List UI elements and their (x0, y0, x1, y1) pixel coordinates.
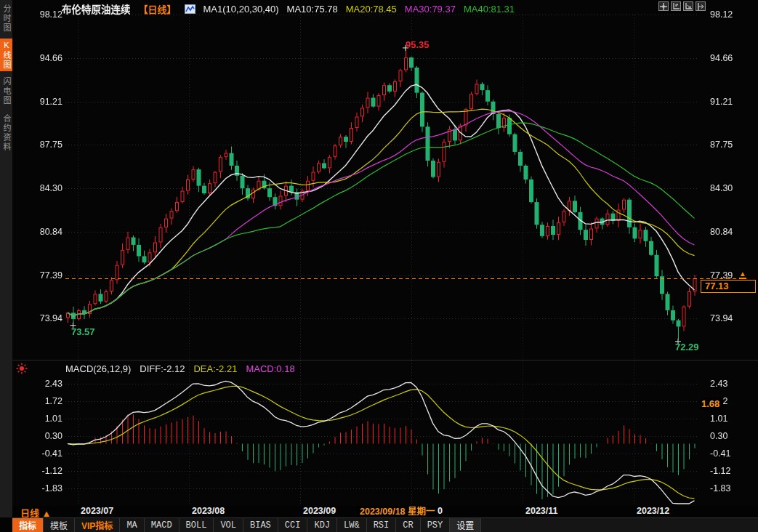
axis-tick-label: 77.39 (13, 270, 63, 281)
price-up-arrow-icon: ▲ (739, 270, 746, 279)
xaxis-row: 日线 ▲ 2023/09/18 星期一 0 2023/072023/082023… (0, 506, 758, 517)
axis-tick-label: 73.94 (13, 313, 63, 323)
toolbar-button-MA[interactable]: MA (120, 518, 144, 532)
axis-scale-right-icon[interactable] (683, 1, 693, 11)
chart-legend: 布伦特原油连续 【日线】 MA1(10,20,30,40) MA10:75.78… (62, 1, 515, 16)
axis-tick-label: 0.30 (13, 431, 63, 441)
axis-tick-label: 2.43 (13, 379, 63, 389)
toolbar-button-LW&[interactable]: LW& (337, 518, 367, 532)
period-tag[interactable]: 【日线】 (139, 2, 177, 16)
toolbar-button-BOLL[interactable]: BOLL (180, 518, 214, 532)
mini-chart-icon (185, 4, 195, 14)
axis-scale-left-icon[interactable] (671, 1, 681, 11)
axis-tick-label: 91.21 (710, 97, 733, 107)
sidebar-tab-3[interactable]: 闪电图 (0, 75, 12, 108)
toolbar-button-CR[interactable]: CR (396, 518, 420, 532)
diff-value: DIFF:-2.12 (140, 363, 185, 374)
xaxis-month-label: 2023/12 (637, 506, 669, 516)
pan-right-icon[interactable] (695, 1, 706, 11)
xaxis-month-label: 2023/11 (525, 506, 558, 516)
chart-tool-icons (658, 1, 706, 11)
crosshair-icon[interactable] (658, 1, 669, 11)
ma20-value: MA20:78.45 (346, 4, 397, 15)
sidebar-tab-2[interactable]: K线图 (0, 39, 12, 71)
axis-tick-label: -1.83 (710, 483, 731, 493)
axis-tick-label: -1.12 (13, 466, 63, 476)
toolbar-button-CCI[interactable]: CCI (278, 518, 308, 532)
toolbar-button-设置[interactable]: 设置 (450, 518, 481, 532)
macd-axis-highlight-value: 1.68 (700, 398, 723, 410)
axis-tick-label: 98.12 (710, 9, 733, 20)
axis-tick-label: 87.75 (710, 140, 733, 150)
macd-legend: MACD(26,12,9) DIFF:-2.12 DEA:-2.21 MACD:… (65, 363, 295, 374)
toolbar-button-RSI[interactable]: RSI (367, 518, 397, 532)
ma-group-label: MA1(10,20,30,40) (203, 4, 279, 15)
crosshair-date-tooltip: 2023/09/18 星期一 (357, 506, 438, 517)
macd-value: MACD:0.18 (246, 363, 294, 374)
axis-tick-label: 1.01 (710, 414, 727, 424)
toolbar-button-KDJ[interactable]: KDJ (307, 518, 337, 532)
xaxis-month-label: 2023/09 (303, 506, 336, 516)
ma40-value: MA40:81.31 (464, 4, 515, 15)
toolbar-button-模板[interactable]: 模板 (44, 518, 75, 532)
instrument-title: 布伦特原油连续 (62, 1, 131, 16)
current-price-label: 77.13 (701, 280, 756, 293)
axis-tick-label: 2.43 (710, 379, 727, 389)
toolbar-button-VOL[interactable]: VOL (214, 518, 243, 532)
sidebar-tab-4[interactable]: 合约资料 (0, 111, 12, 155)
kline-app-window: 分时图K线图闪电图合约资料 布伦特原油连续 【日线】 MA1(10,20,30,… (0, 0, 758, 532)
chart-canvas[interactable] (12, 0, 758, 506)
axis-tick-label: 87.75 (13, 140, 63, 150)
axis-tick-label: 0.30 (710, 431, 727, 441)
macd-params-label: MACD(26,12,9) (65, 363, 131, 374)
toolbar-button-MACD[interactable]: MACD (145, 518, 180, 532)
ma10-value: MA10:75.78 (287, 4, 338, 15)
pane-divider[interactable] (12, 360, 758, 360)
xaxis-month-label: 2023/08 (192, 506, 225, 516)
xaxis-month-label: 2023/07 (81, 506, 113, 516)
axis-tick-label: 98.12 (13, 9, 63, 20)
toolbar-button-指标[interactable]: 指标 (12, 518, 44, 532)
axis-tick-label: -0.41 (13, 448, 63, 459)
axis-tick-label: 91.21 (13, 97, 63, 107)
axis-tick-label: 73.94 (710, 313, 733, 323)
toolbar-button-PSY[interactable]: PSY (421, 518, 451, 532)
left-tab-bar: 分时图K线图闪电图合约资料 (0, 0, 12, 517)
alert-blink-icon[interactable] (16, 363, 28, 377)
axis-tick-label: 94.66 (13, 53, 63, 63)
period-low-annotation: 72.29 (675, 342, 699, 352)
dea-value: DEA:-2.21 (193, 363, 237, 374)
axis-tick-label: 84.30 (13, 183, 63, 193)
axis-tick-label: -1.12 (710, 466, 731, 476)
ma30-value: MA30:79.37 (405, 4, 456, 15)
axis-tick-label: 94.66 (710, 53, 733, 63)
indicator-toolbar: 指标模板VIP指标MAMACDBOLLVOLBIASCCIKDJLW&RSICR… (12, 517, 758, 532)
axis-tick-label: 77.39 (710, 270, 733, 281)
axis-tick-label: -0.41 (710, 448, 731, 459)
covered-month-label-remnant: 0 (438, 506, 443, 516)
start-low-annotation: 73.57 (71, 326, 95, 337)
axis-tick-label: -1.83 (13, 483, 63, 493)
axis-tick-label: 80.84 (710, 227, 733, 237)
axis-tick-label: 84.30 (710, 183, 733, 193)
axis-tick-label: 1.01 (13, 414, 63, 424)
toolbar-button-VIP指标[interactable]: VIP指标 (75, 518, 120, 532)
sidebar-tab-1[interactable]: 分时图 (0, 2, 12, 35)
toolbar-button-BIAS[interactable]: BIAS (243, 518, 278, 532)
axis-tick-label: 80.84 (13, 227, 63, 237)
axis-tick-label: 1.72 (13, 396, 63, 406)
period-high-annotation: 95.35 (406, 39, 430, 50)
